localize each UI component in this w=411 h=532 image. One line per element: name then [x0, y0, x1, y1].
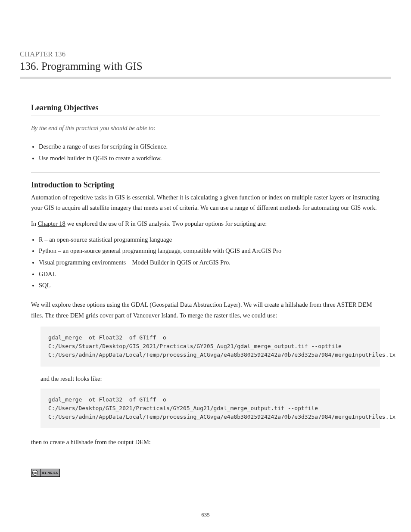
- section-heading-intro: Introduction to Scripting: [31, 180, 380, 190]
- text-run: we explored the use of R in GIS analysis…: [65, 220, 267, 227]
- cc-icon: cc: [31, 469, 40, 476]
- list-item: SQL: [39, 280, 380, 291]
- chapter-header: CHAPTER 136 136. Programming with GIS: [20, 0, 391, 79]
- objectives-lead: By the end of this practical you should …: [31, 123, 380, 133]
- page-number: 635: [0, 511, 411, 518]
- body-paragraph: In Chapter 18 we explored the use of R i…: [31, 218, 380, 229]
- chapter-kicker: CHAPTER 136: [20, 50, 391, 59]
- body-paragraph: Automation of repetitive tasks in GIS is…: [31, 192, 380, 213]
- section-rule: [31, 172, 380, 173]
- scripting-options-list: R – an open-source statistical programmi…: [31, 234, 380, 291]
- content-area: Learning Objectives By the end of this p…: [20, 79, 391, 477]
- list-item: GDAL: [39, 269, 380, 280]
- cc-circle-icon: cc: [32, 470, 38, 476]
- list-item: Visual programming environments – Model …: [39, 257, 380, 268]
- code-block: gdal_merge -ot Float32 -of GTiff -o C:/U…: [40, 327, 380, 366]
- page: CHAPTER 136 136. Programming with GIS Le…: [0, 0, 411, 532]
- list-item: R – an open-source statistical programmi…: [39, 234, 380, 245]
- section-heading-objectives: Learning Objectives: [31, 103, 380, 112]
- chapter-link[interactable]: Chapter 18: [38, 220, 65, 227]
- body-paragraph: We will explore these options using the …: [31, 299, 380, 320]
- chapter-title: 136. Programming with GIS: [20, 60, 391, 72]
- code-block: gdal_merge -ot Float32 -of GTiff -o C:/U…: [40, 389, 380, 428]
- body-paragraph: then to create a hillshade from the outp…: [31, 437, 380, 448]
- objectives-list: Describe a range of uses for scripting i…: [31, 141, 380, 163]
- cc-attrs: BY-NC-SA: [40, 469, 59, 476]
- list-item: Describe a range of uses for scripting i…: [39, 141, 380, 152]
- section-rule: [31, 115, 380, 115]
- list-item: Use model builder in QGIS to create a wo…: [39, 153, 380, 164]
- cc-license-badge: cc BY-NC-SA: [31, 469, 60, 477]
- result-label: and the result looks like:: [40, 375, 380, 383]
- text-run: In: [31, 220, 38, 227]
- section-rule: [31, 453, 380, 453]
- list-item: Python – an open-source general programm…: [39, 246, 380, 256]
